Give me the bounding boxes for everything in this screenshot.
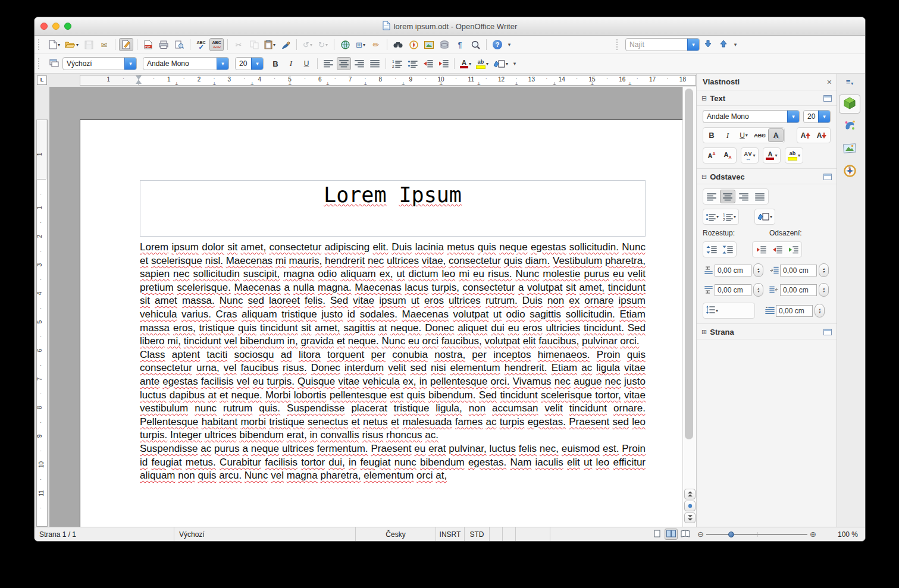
font-size-combo[interactable]: 20 ▾ xyxy=(235,57,264,70)
table-icon[interactable]: ⊞▾ xyxy=(353,38,368,51)
bullet-list-icon[interactable]: ▾ xyxy=(704,210,721,224)
align-justify-icon[interactable] xyxy=(752,190,768,203)
first-line-indent-input[interactable]: 0,00 cm xyxy=(776,305,813,317)
toolbar-overflow-icon[interactable]: ▾ xyxy=(511,57,518,70)
data-sources-icon[interactable] xyxy=(437,38,452,51)
section-page-header[interactable]: ⊞ Strana xyxy=(697,325,837,339)
fullscreen-button[interactable] xyxy=(64,23,71,30)
par-background-icon[interactable]: ▾ xyxy=(756,210,774,224)
highlight-color-icon[interactable]: ab▾ xyxy=(474,57,490,70)
collapse-icon[interactable]: ⊟ xyxy=(701,173,707,181)
toolbar-overflow-icon[interactable]: ▾ xyxy=(506,38,513,51)
status-insert-mode[interactable]: INSRT xyxy=(436,527,465,541)
body-paragraph[interactable]: Lorem ipsum dolor sit amet, consectetur … xyxy=(140,241,646,348)
document-body[interactable]: Lorem ipsum dolor sit amet, consectetur … xyxy=(140,241,646,483)
text-dialog-launcher-icon[interactable] xyxy=(823,95,832,102)
collapse-icon[interactable]: ⊟ xyxy=(701,95,707,102)
indent-increase-icon[interactable] xyxy=(753,243,769,256)
expand-icon[interactable]: ⊞ xyxy=(701,328,707,336)
char-spacing-icon[interactable]: AV↔▾ xyxy=(742,149,757,162)
font-color-icon[interactable]: A▾ xyxy=(458,57,473,70)
paragraph-style-combo[interactable]: Výchozí ▾ xyxy=(62,57,137,70)
spacing-decrease-icon[interactable] xyxy=(720,243,735,256)
dropdown-icon[interactable]: ▾ xyxy=(787,111,799,122)
indent-before-input[interactable]: 0,00 cm xyxy=(780,265,817,276)
indent-increase-icon[interactable] xyxy=(436,57,450,70)
strikethrough-icon[interactable]: ABC xyxy=(752,128,768,142)
horizontal-ruler[interactable]: 1123456789101112131415161718············… xyxy=(49,74,696,87)
status-language[interactable]: Česky xyxy=(356,527,436,541)
spacing-above-input[interactable]: 0,00 cm xyxy=(715,265,751,276)
decrease-font-icon[interactable]: A xyxy=(814,128,829,142)
sidebar-font-name-combo[interactable]: Andale Mono ▾ xyxy=(703,110,800,123)
subscript-icon[interactable]: AA xyxy=(720,149,735,162)
open-icon[interactable]: ▾ xyxy=(63,38,80,51)
increase-font-icon[interactable]: A xyxy=(798,128,813,142)
zoom-knob[interactable] xyxy=(728,532,734,537)
sidebar-close-icon[interactable]: × xyxy=(827,77,832,87)
align-left-icon[interactable] xyxy=(321,57,336,70)
indent-after-input[interactable]: 0,00 cm xyxy=(780,284,817,296)
zoom-track[interactable] xyxy=(706,534,807,535)
hanging-indent-icon[interactable] xyxy=(785,243,801,256)
underline-icon[interactable]: U▾ xyxy=(736,128,751,142)
dropdown-icon[interactable]: ▾ xyxy=(251,58,263,70)
draw-functions-icon[interactable]: ✏ xyxy=(369,38,383,51)
vertical-ruler[interactable]: 11234567891011············· xyxy=(35,87,49,527)
gallery-icon[interactable] xyxy=(422,38,436,51)
view-multi-page-button[interactable] xyxy=(665,529,678,540)
page-preview-icon[interactable] xyxy=(172,38,186,51)
italic-icon[interactable]: I xyxy=(284,57,298,70)
line-spacing-button[interactable]: ▾ xyxy=(704,304,720,317)
tab-navigator[interactable]: N xyxy=(839,162,860,181)
indent-decrease-icon[interactable] xyxy=(769,243,785,256)
font-color-icon[interactable]: A▾ xyxy=(764,149,779,162)
toolbar-overflow-icon[interactable]: ▾ xyxy=(732,38,739,51)
toolbar-grip[interactable] xyxy=(616,39,622,50)
align-right-icon[interactable] xyxy=(736,190,751,203)
zoom-out-icon[interactable]: ⊖ xyxy=(697,530,704,539)
zoom-icon[interactable] xyxy=(468,38,483,51)
status-page-style[interactable]: Výchozí xyxy=(174,527,356,541)
indent-before-stepper[interactable]: ▴▾ xyxy=(819,263,829,277)
styles-window-button[interactable] xyxy=(47,57,61,70)
align-center-icon[interactable] xyxy=(720,190,735,203)
next-page-button[interactable] xyxy=(684,512,696,523)
title-text-frame[interactable]: Lorem Ipsum xyxy=(140,180,646,237)
previous-page-button[interactable] xyxy=(684,489,696,499)
navigator-icon[interactable] xyxy=(406,38,421,51)
paste-icon[interactable]: ▾ xyxy=(262,38,277,51)
italic-icon[interactable]: I xyxy=(720,128,735,142)
tab-styles[interactable] xyxy=(839,117,860,136)
edit-file-icon[interactable] xyxy=(119,38,133,51)
autospellcheck-icon[interactable]: ABC∼∼ xyxy=(209,38,224,51)
spacing-increase-icon[interactable] xyxy=(704,243,719,256)
align-left-icon[interactable] xyxy=(704,190,719,203)
first-line-indent-stepper[interactable]: ▴▾ xyxy=(815,304,825,317)
titlebar[interactable]: lorem ipsum.odt - OpenOffice Writer xyxy=(35,17,865,36)
dropdown-icon[interactable]: ▾ xyxy=(217,58,228,70)
export-pdf-icon[interactable]: PDF xyxy=(141,38,155,51)
zoom-slider[interactable]: ⊖ ⊕ xyxy=(697,530,816,539)
help-icon[interactable]: ? xyxy=(490,38,505,51)
underline-icon[interactable]: U xyxy=(299,57,314,70)
find-replace-icon[interactable] xyxy=(391,38,405,51)
body-paragraph[interactable]: Class aptent taciti sociosqu ad litora t… xyxy=(140,348,646,442)
hyperlink-icon[interactable] xyxy=(338,38,352,51)
spelling-icon[interactable]: ABC✓ xyxy=(194,38,208,51)
highlight-color-icon[interactable]: ab▾ xyxy=(786,149,802,162)
numbered-list-icon[interactable]: 12 xyxy=(390,57,404,70)
zoom-level[interactable]: 100 % xyxy=(821,530,865,539)
tab-type-selector[interactable]: L xyxy=(37,76,47,85)
find-next-button[interactable] xyxy=(701,38,715,51)
status-page-count[interactable]: Strana 1 / 1 xyxy=(35,527,174,541)
align-justify-icon[interactable] xyxy=(368,57,382,70)
dropdown-icon[interactable]: ▾ xyxy=(687,39,699,51)
find-input[interactable]: Najít ▾ xyxy=(625,38,700,51)
status-selection-mode[interactable]: STD xyxy=(465,527,490,541)
toolbar-grip[interactable] xyxy=(38,39,43,50)
par-background-icon[interactable]: ▾ xyxy=(491,57,510,70)
view-single-page-button[interactable] xyxy=(650,529,663,540)
numbered-list-icon[interactable]: 12▾ xyxy=(721,210,738,224)
email-icon[interactable]: ✉ xyxy=(97,38,111,51)
